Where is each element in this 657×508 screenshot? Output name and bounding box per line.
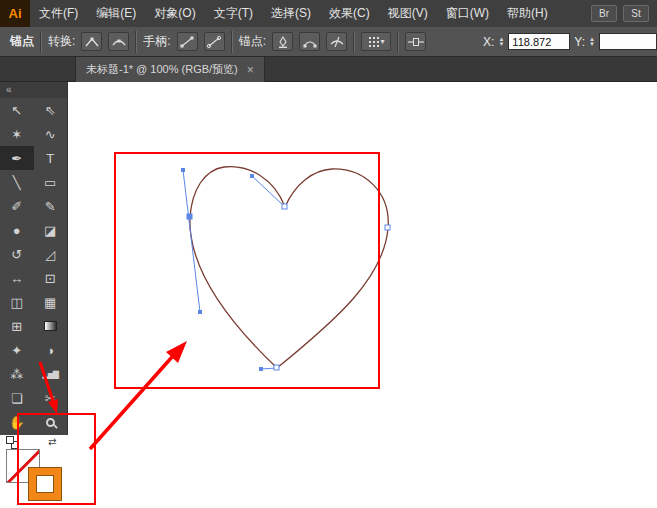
gradient-tool[interactable] <box>34 314 68 338</box>
eraser-icon: ◪ <box>44 223 56 238</box>
selection-icon: ↖ <box>11 103 22 118</box>
lasso-icon: ∿ <box>45 127 56 142</box>
pen-tool[interactable]: ✒ <box>0 146 34 170</box>
anchor-point[interactable] <box>282 204 287 209</box>
column-graph-tool[interactable]: ▂▅▇ <box>34 362 68 386</box>
anchor-point[interactable] <box>274 365 279 370</box>
convert-to-corner-button[interactable] <box>81 32 102 51</box>
control-bar: 锚点 转换: 手柄: 锚点: <box>0 27 657 57</box>
eyedropper-tool[interactable]: ✦ <box>0 338 34 362</box>
convert-to-smooth-button[interactable] <box>108 32 129 51</box>
blob-brush-icon: ● <box>13 223 21 238</box>
fill-stroke-swatches: ⇄ <box>6 436 68 506</box>
bridge-button[interactable]: Br <box>591 5 617 22</box>
mesh-tool[interactable]: ⊞ <box>0 314 34 338</box>
x-input[interactable] <box>508 33 570 50</box>
separator <box>353 31 355 53</box>
shape-builder-tool[interactable]: ◫ <box>0 290 34 314</box>
pencil-icon: ✎ <box>45 199 56 214</box>
type-tool[interactable]: T <box>34 146 68 170</box>
menu-object[interactable]: 对象(O) <box>145 0 204 27</box>
tools-panel-collapse[interactable]: « <box>0 82 67 98</box>
tab-strip: 未标题-1* @ 100% (RGB/预览) × <box>0 57 657 82</box>
rectangle-tool[interactable]: ▭ <box>34 170 68 194</box>
menu-file[interactable]: 文件(F) <box>30 0 87 27</box>
scale-tool[interactable]: ◿ <box>34 242 68 266</box>
blend-icon: ◑ <box>46 343 54 358</box>
magic-wand-tool[interactable]: ✶ <box>0 122 34 146</box>
menu-type[interactable]: 文字(T) <box>205 0 262 27</box>
zoom-icon <box>46 418 55 427</box>
chevron-down-icon: ▾ <box>381 37 385 46</box>
connect-endpoints-button[interactable] <box>299 32 320 51</box>
artboard-tool[interactable]: ❏ <box>0 386 34 410</box>
anchor-point[interactable] <box>187 214 192 219</box>
illustrator-logo: Ai <box>0 0 30 27</box>
swap-fill-stroke-icon[interactable]: ⇄ <box>48 436 56 447</box>
y-input[interactable] <box>599 33 657 50</box>
y-stepper[interactable]: ▲▼ <box>589 37 595 47</box>
default-fill-stroke-icon[interactable] <box>6 436 19 449</box>
eraser-tool[interactable]: ◪ <box>34 218 68 242</box>
perspective-grid-tool[interactable]: ▦ <box>34 290 68 314</box>
menu-help[interactable]: 帮助(H) <box>498 0 557 27</box>
hand-icon: ✋ <box>9 415 25 430</box>
handles-label: 手柄: <box>143 33 170 50</box>
slice-tool[interactable]: ✂ <box>34 386 68 410</box>
rotate-icon: ↺ <box>11 247 22 262</box>
menu-bar: Ai 文件(F) 编辑(E) 对象(O) 文字(T) 选择(S) 效果(C) 视… <box>0 0 657 27</box>
lasso-tool[interactable]: ∿ <box>34 122 68 146</box>
column-graph-icon: ▂▅▇ <box>43 370 58 379</box>
remove-anchor-button[interactable] <box>272 32 293 51</box>
selection-tool[interactable]: ↖ <box>0 98 34 122</box>
rotate-tool[interactable]: ↺ <box>0 242 34 266</box>
tab-close-icon[interactable]: × <box>247 63 254 77</box>
hand-tool[interactable]: ✋ <box>0 410 34 434</box>
width-tool[interactable]: ↔ <box>0 266 34 290</box>
y-label: Y: <box>574 35 585 49</box>
width-icon: ↔ <box>10 271 23 286</box>
convert-label: 转换: <box>48 33 75 50</box>
connect-endpoints-icon <box>303 36 317 48</box>
bezier-handle-end[interactable] <box>198 310 202 314</box>
direct-selection-tool[interactable]: ⇖ <box>34 98 68 122</box>
document-tab[interactable]: 未标题-1* @ 100% (RGB/预览) × <box>75 57 265 82</box>
menu-view[interactable]: 视图(V) <box>379 0 437 27</box>
bezier-handle-end[interactable] <box>181 168 185 172</box>
blob-brush-tool[interactable]: ● <box>0 218 34 242</box>
show-handles-button[interactable] <box>177 32 198 51</box>
type-icon: T <box>46 151 54 166</box>
paintbrush-tool[interactable]: ✐ <box>0 194 34 218</box>
blend-tool[interactable]: ◑ <box>34 338 68 362</box>
menu-effect[interactable]: 效果(C) <box>320 0 379 27</box>
line-segment-tool[interactable]: ╲ <box>0 170 34 194</box>
heart-path[interactable] <box>190 167 388 368</box>
scale-icon: ◿ <box>45 247 55 262</box>
document-tab-title: 未标题-1* @ 100% (RGB/预览) <box>86 62 238 77</box>
transform-reference-button[interactable] <box>405 32 426 51</box>
cut-path-button[interactable] <box>326 32 347 51</box>
zoom-tool[interactable] <box>34 410 68 434</box>
stock-button[interactable]: St <box>623 5 649 22</box>
menu-select[interactable]: 选择(S) <box>262 0 320 27</box>
bezier-handle-line <box>252 176 285 207</box>
rectangle-icon: ▭ <box>44 175 56 190</box>
artboard-canvas[interactable] <box>68 82 657 508</box>
bezier-handle-end[interactable] <box>259 367 263 371</box>
stroke-swatch-orange[interactable] <box>28 467 62 501</box>
menu-edit[interactable]: 编辑(E) <box>87 0 145 27</box>
align-options-dropdown[interactable]: ▾ <box>361 32 391 51</box>
direct-selection-icon: ⇖ <box>45 103 56 118</box>
symbol-sprayer-tool[interactable]: ⁂ <box>0 362 34 386</box>
pencil-tool[interactable]: ✎ <box>34 194 68 218</box>
anchor-point[interactable] <box>385 225 390 230</box>
magic-wand-icon: ✶ <box>11 127 22 142</box>
menu-window[interactable]: 窗口(W) <box>437 0 498 27</box>
align-grid-icon <box>368 36 380 48</box>
hide-handles-button[interactable] <box>204 32 225 51</box>
x-stepper[interactable]: ▲▼ <box>498 37 504 47</box>
paintbrush-icon: ✐ <box>11 199 22 214</box>
tools-grid: ↖ ⇖ ✶ ∿ ✒ T ╲ ▭ ✐ ✎ ● ◪ ↺ ◿ ↔ ⊡ ◫ ▦ ⊞ ✦ … <box>0 98 67 434</box>
free-transform-tool[interactable]: ⊡ <box>34 266 68 290</box>
bezier-handle-end[interactable] <box>250 174 254 178</box>
